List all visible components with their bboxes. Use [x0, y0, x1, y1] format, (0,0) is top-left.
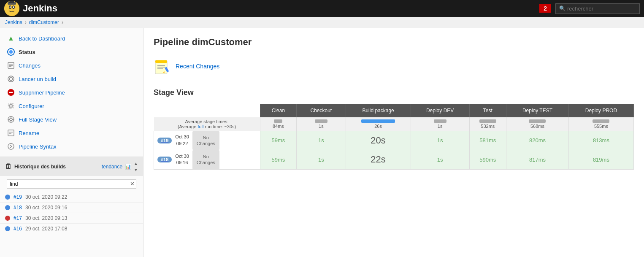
sidebar-item-full-stage[interactable]: Full Stage View — [0, 113, 143, 126]
time-18-deploy-test: 817ms — [529, 157, 546, 163]
notification-badge[interactable]: 2 — [539, 4, 551, 13]
build-date-line2-18: 09:16 — [175, 160, 189, 166]
build-list: #19 30 oct. 2020 09:22 #18 30 oct. 2020 … — [0, 192, 143, 234]
avg-bar-clean: 84ms — [260, 117, 297, 131]
sidebar-item-pipeline-syntax[interactable]: Pipeline Syntax — [0, 140, 143, 153]
avg-bar-build: 26s — [346, 117, 411, 131]
build-19-checkout: 1s — [297, 131, 346, 150]
build-date-16: 29 oct. 2020 17:08 — [25, 226, 67, 232]
build-history: 🗓 Historique des builds tendance 📊 ✕ — [0, 157, 143, 234]
syntax-icon — [7, 142, 15, 151]
breadcrumb-dimcustomer[interactable]: dimCustomer — [29, 19, 59, 25]
history-title-label: Historique des builds — [14, 164, 66, 170]
notepad-icon — [154, 58, 170, 75]
col-header-clean: Clean — [260, 104, 297, 117]
avg-bar-clean-bar — [274, 119, 282, 123]
search-filter: ✕ — [3, 178, 140, 190]
build-19-deploy-prod: 813ms — [568, 131, 633, 150]
time-19-checkout: 1s — [318, 137, 324, 143]
history-icon: 🗓 — [5, 163, 12, 170]
build-link-16[interactable]: #16 — [14, 226, 22, 232]
build-19-deploy-test: 820ms — [506, 131, 569, 150]
avg-bar-test: 532ms — [469, 117, 506, 131]
build-time-19: Oct 30 09:22 — [175, 134, 189, 147]
sidebar-syntax-label: Pipeline Syntax — [19, 143, 57, 150]
avg-time-deploy-test: 568ms — [530, 124, 544, 129]
build-item-17: #17 30 oct. 2020 09:13 — [0, 213, 143, 224]
build-id-cell-18: #18 Oct 30 09:16 NoChanges — [154, 150, 260, 170]
history-nav-arrows — [134, 160, 138, 173]
avg-bar-deploy-dev: 1s — [411, 117, 469, 131]
breadcrumb-jenkins[interactable]: Jenkins — [5, 19, 22, 25]
layout: ▲ Back to Dashboard Status — [0, 28, 644, 257]
avg-time-build: 26s — [374, 124, 382, 129]
sidebar-item-configurer[interactable]: Configurer — [0, 99, 143, 113]
avg-bar-deploy-prod-bar — [593, 119, 609, 123]
build-link-18[interactable]: #18 — [14, 205, 22, 211]
build-time-18: Oct 30 09:16 — [175, 153, 189, 166]
build-link-17[interactable]: #17 — [14, 215, 22, 221]
sidebar-item-status[interactable]: Status — [0, 45, 143, 59]
clear-search-button[interactable]: ✕ — [130, 181, 135, 187]
build-history-header: 🗓 Historique des builds tendance 📊 — [0, 157, 143, 176]
svg-point-3 — [10, 6, 11, 8]
build-id-block-18: #18 Oct 30 09:16 NoChanges — [157, 150, 257, 169]
build-link-19[interactable]: #19 — [14, 194, 22, 200]
avg-label-cell: Average stage times: (Average full run t… — [154, 117, 260, 131]
build-num-18: #18 — [157, 157, 172, 162]
build-18-clean: 59ms — [260, 150, 297, 170]
build-date-line2-19: 09:22 — [175, 141, 189, 147]
sidebar-nav: ▲ Back to Dashboard Status — [0, 28, 143, 157]
build-row-19: #19 Oct 30 09:22 NoChanges 59ms — [154, 131, 634, 150]
stage-table: Clean Checkout Build package Deploy DEV … — [154, 104, 634, 170]
sidebar-item-changes[interactable]: Changes — [0, 59, 143, 72]
build-badge-19[interactable]: #19 — [157, 138, 172, 143]
sidebar-item-back[interactable]: ▲ Back to Dashboard — [0, 32, 143, 45]
topbar: Jenkins 2 🔍 — [0, 0, 644, 17]
build-search-input[interactable] — [7, 179, 136, 189]
avg-bar-test-bar — [479, 119, 496, 123]
full-link[interactable]: full — [198, 124, 203, 129]
build-icon — [7, 75, 15, 83]
avg-time-checkout: 1s — [319, 124, 324, 129]
recent-changes-link[interactable]: Recent Changes — [176, 63, 219, 70]
sidebar-item-rename[interactable]: Rename — [0, 126, 143, 140]
build-id-block-19: #19 Oct 30 09:22 NoChanges — [157, 131, 257, 150]
build-status-dot-17 — [5, 216, 10, 221]
build-status-dot-19 — [5, 195, 10, 200]
search-input[interactable] — [567, 5, 635, 12]
build-history-title: 🗓 Historique des builds — [5, 163, 66, 170]
breadcrumb: Jenkins › dimCustomer › — [0, 17, 644, 28]
svg-point-4 — [13, 6, 14, 8]
col-header-deploy-prod: Deploy PROD — [568, 104, 633, 117]
search-box[interactable]: 🔍 — [555, 3, 640, 14]
build-19-build: 20s — [346, 131, 411, 150]
history-arrow-down[interactable] — [134, 167, 138, 173]
jenkins-title: Jenkins — [23, 3, 57, 14]
sidebar-item-supprimer[interactable]: Supprimer Pipeline — [0, 86, 143, 99]
time-18-build: 22s — [371, 154, 385, 165]
jenkins-logo: Jenkins — [4, 1, 57, 16]
svg-rect-6 — [9, 1, 14, 3]
time-18-deploy-prod: 819ms — [593, 157, 609, 163]
build-date-18: 30 oct. 2020 09:16 — [25, 205, 67, 211]
avg-bar-checkout-bar — [315, 119, 327, 123]
build-badge-18[interactable]: #18 — [157, 157, 172, 162]
history-arrow-up[interactable] — [134, 160, 138, 166]
tendance-link[interactable]: tendance — [102, 164, 122, 170]
svg-point-21 — [10, 118, 12, 121]
sidebar-fullstage-label: Full Stage View — [19, 116, 57, 123]
delete-icon — [7, 88, 15, 97]
time-18-test: 590ms — [479, 157, 496, 163]
rename-icon — [7, 129, 15, 137]
avg-bar-deploy-prod: 555ms — [568, 117, 633, 131]
build-18-deploy-test: 817ms — [506, 150, 569, 170]
time-19-deploy-prod: 813ms — [593, 137, 609, 143]
build-num-19: #19 — [157, 138, 172, 143]
sidebar-item-lancer-build[interactable]: Lancer un build — [0, 72, 143, 86]
time-19-build: 20s — [371, 135, 385, 146]
recent-changes-section: Recent Changes — [154, 58, 634, 75]
build-id-cell-19: #19 Oct 30 09:22 NoChanges — [154, 131, 260, 150]
col-header-build-package: Build package — [346, 104, 411, 117]
build-18-deploy-dev: 1s — [411, 150, 469, 170]
